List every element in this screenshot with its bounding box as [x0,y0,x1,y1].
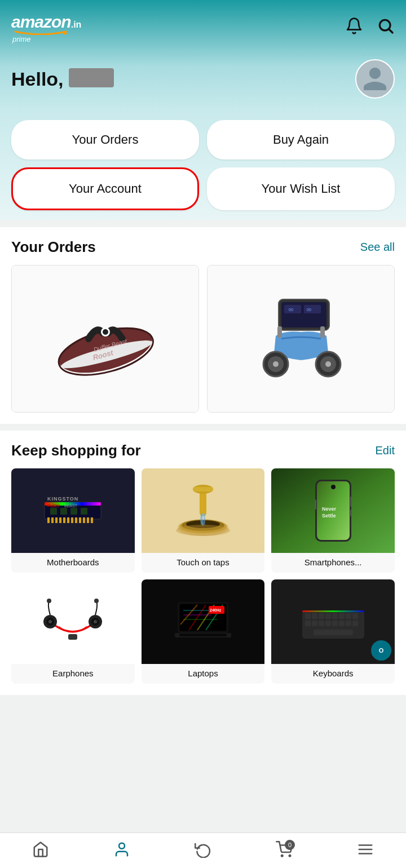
nav-returns[interactable] [195,841,211,858]
svg-rect-36 [67,517,69,523]
order-card-flipflop[interactable]: Duffer.Beast Roost [11,265,199,413]
scooter-image: 00 00 [245,294,358,384]
svg-rect-38 [75,517,77,523]
svg-rect-60 [350,510,352,516]
svg-point-64 [48,620,52,623]
orders-section: Your Orders See all [0,227,406,424]
products-grid: KINGSTON FURY BEAST Motherboards [11,468,395,684]
amazon-logo[interactable]: amazon .in prime [11,12,81,43]
svg-rect-41 [87,517,89,523]
product-label-laptops: Laptops [142,664,265,684]
header-top-bar: amazon .in prime [11,6,395,50]
orders-section-title: Your Orders [11,238,96,256]
svg-rect-88 [346,613,351,619]
product-card-smartphones[interactable]: Never Settle Smartphones... [271,468,395,573]
product-card-motherboards[interactable]: KINGSTON FURY BEAST Motherboards [11,468,135,573]
account-icon [113,841,130,858]
order-card-scooter[interactable]: 00 00 [207,265,395,413]
svg-rect-98 [314,630,353,635]
product-card-laptops[interactable]: 240Hz Laptops [142,579,265,684]
svg-rect-16 [277,326,282,338]
svg-rect-95 [339,621,345,626]
svg-line-2 [389,29,392,33]
nav-cart[interactable]: 0 [276,841,293,858]
keep-shopping-edit-link[interactable]: Edit [376,444,395,457]
order-img-flipflop: Duffer.Beast Roost [12,265,198,412]
product-card-earphones[interactable]: Earphones [11,579,135,684]
svg-rect-86 [332,613,338,619]
svg-rect-80 [179,634,227,636]
svg-rect-82 [305,613,311,619]
product-card-taps[interactable]: Touch on taps [142,468,265,573]
header-icons [345,17,395,39]
phone-image: Never Settle [311,477,356,544]
svg-rect-97 [352,621,358,626]
bottom-nav: 0 [0,832,406,868]
menu-icon [357,841,374,858]
svg-rect-83 [312,613,317,619]
flipflop-image: Duffer.Beast Roost [49,294,162,384]
svg-point-69 [94,599,99,603]
svg-rect-34 [59,517,61,523]
logo-text: amazon [11,12,71,32]
svg-point-65 [47,599,51,603]
quick-actions: Your Orders Buy Again Your Account Your … [0,110,406,220]
svg-rect-84 [319,613,324,619]
product-card-keyboards[interactable]: O Keyboards [271,579,395,684]
orders-section-header: Your Orders See all [11,238,395,256]
svg-rect-40 [83,517,85,523]
svg-rect-33 [55,517,58,523]
svg-rect-99 [302,610,364,612]
order-img-scooter: 00 00 [208,265,394,412]
svg-text:Never: Never [322,506,337,512]
svg-rect-27 [50,508,57,515]
svg-rect-39 [79,517,81,523]
your-wish-list-button[interactable]: Your Wish List [207,167,395,210]
svg-rect-87 [339,613,345,619]
laptop-image: 240Hz [169,594,237,650]
avatar[interactable] [355,59,395,99]
svg-point-7 [103,329,108,335]
greeting-text: Hello, [11,68,114,90]
greeting-row: Hello, [11,50,395,110]
your-orders-button[interactable]: Your Orders [11,120,199,160]
product-img-motherboards: KINGSTON FURY BEAST [11,468,135,553]
svg-point-101 [281,855,283,857]
svg-rect-70 [68,634,77,640]
svg-point-100 [119,843,125,849]
svg-text:KINGSTON: KINGSTON [47,496,78,502]
cart-badge: 0 [285,840,295,850]
svg-point-68 [94,620,97,623]
orders-see-all-link[interactable]: See all [360,241,395,254]
product-img-taps [142,468,265,553]
svg-rect-31 [47,517,50,523]
keep-shopping-section: Keep shopping for Edit [0,431,406,695]
svg-rect-92 [319,621,324,626]
nav-account[interactable] [113,841,130,858]
product-label-motherboards: Motherboards [11,553,135,573]
svg-point-23 [325,361,331,367]
bell-icon[interactable] [345,17,363,39]
orders-row: Duffer.Beast Roost 00 00 [11,265,395,413]
nav-menu[interactable] [357,841,374,858]
svg-text:BEAST: BEAST [64,504,78,508]
avatar-icon [361,65,389,93]
svg-rect-91 [312,621,317,626]
search-icon[interactable] [377,17,395,39]
product-label-earphones: Earphones [11,664,135,684]
svg-rect-89 [352,613,358,619]
ram-image: KINGSTON FURY BEAST [39,482,107,539]
buy-again-button[interactable]: Buy Again [207,120,395,160]
greeting-name [69,68,114,87]
svg-rect-29 [70,508,77,515]
alexa-button[interactable]: O [371,640,391,661]
product-label-taps: Touch on taps [142,553,265,573]
earphones-image [39,594,107,650]
svg-rect-59 [350,497,352,507]
nav-home[interactable] [32,841,49,858]
product-img-smartphones: Never Settle [271,468,395,553]
product-label-keyboards: Keyboards [271,664,395,684]
your-account-button[interactable]: Your Account [11,167,199,210]
svg-rect-93 [325,621,331,626]
home-icon [32,841,49,858]
